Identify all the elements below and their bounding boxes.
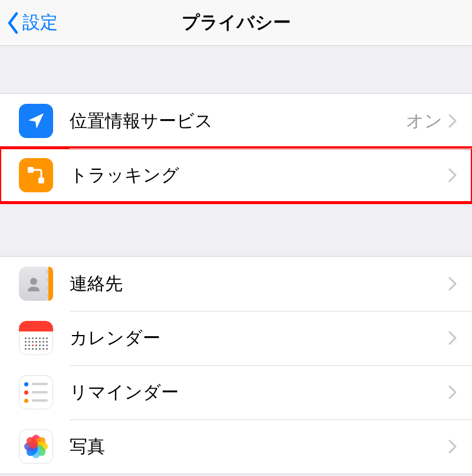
row-location-services[interactable]: 位置情報サービス オン bbox=[0, 94, 472, 148]
nav-bar: 設定 プライバシー bbox=[0, 0, 472, 46]
chevron-right-icon bbox=[448, 277, 457, 291]
row-label: トラッキング bbox=[70, 163, 448, 188]
settings-scroll[interactable]: 位置情報サービス オン トラッキング bbox=[0, 46, 472, 476]
row-label: カレンダー bbox=[70, 326, 448, 350]
location-icon bbox=[19, 104, 53, 138]
row-contacts[interactable]: 連絡先 bbox=[0, 257, 472, 311]
photos-icon bbox=[19, 429, 53, 464]
row-reminders[interactable]: リマインダー bbox=[0, 365, 472, 419]
row-label: 位置情報サービス bbox=[70, 109, 406, 133]
calendar-icon bbox=[19, 321, 53, 355]
svg-point-2 bbox=[30, 278, 37, 285]
chevron-right-icon bbox=[448, 114, 457, 128]
chevron-right-icon bbox=[448, 385, 457, 399]
page-title: プライバシー bbox=[0, 11, 472, 35]
section-gap bbox=[0, 203, 472, 256]
chevron-left-icon bbox=[6, 12, 20, 34]
row-tracking[interactable]: トラッキング bbox=[0, 148, 472, 202]
group-1: 位置情報サービス オン トラッキング bbox=[0, 93, 472, 203]
svg-rect-0 bbox=[28, 167, 34, 173]
group-2: 連絡先 カレンダー bbox=[0, 256, 472, 474]
chevron-right-icon bbox=[448, 331, 457, 345]
row-label: 連絡先 bbox=[70, 272, 448, 296]
tracking-icon bbox=[19, 158, 53, 192]
chevron-right-icon bbox=[448, 168, 457, 182]
svg-rect-1 bbox=[38, 178, 44, 183]
row-label: 写真 bbox=[70, 435, 448, 459]
row-value: オン bbox=[406, 109, 442, 133]
section-gap bbox=[0, 46, 472, 93]
back-button[interactable]: 設定 bbox=[0, 11, 58, 35]
row-photos[interactable]: 写真 bbox=[0, 419, 472, 474]
chevron-right-icon bbox=[448, 439, 457, 454]
reminders-icon bbox=[19, 375, 53, 409]
row-calendar[interactable]: カレンダー bbox=[0, 311, 472, 365]
contacts-icon bbox=[19, 267, 53, 301]
row-label: リマインダー bbox=[70, 380, 448, 405]
back-label: 設定 bbox=[22, 11, 58, 35]
